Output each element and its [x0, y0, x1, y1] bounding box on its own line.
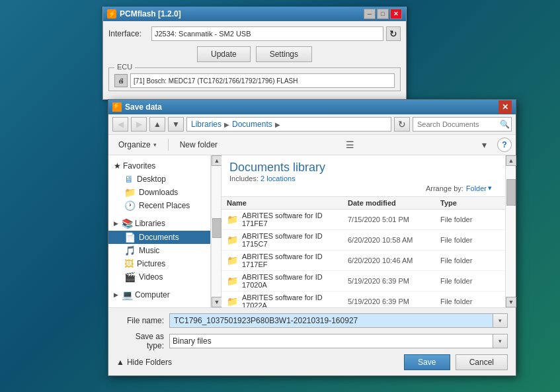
sidebar-item-documents[interactable]: 📄 Documents — [108, 231, 210, 244]
save-dialog-icon: ⚡ — [112, 102, 122, 112]
filename-row: File name: ▾ — [116, 313, 508, 328]
up-button[interactable]: ▲ — [149, 117, 165, 132]
library-subtitle: Includes: 2 locations — [229, 175, 497, 182]
pcmflash-titlebar: ⚡ PCMflash [1.2.0] ─ □ ✕ — [103, 7, 406, 21]
maximize-button[interactable]: □ — [377, 9, 389, 19]
save-dialog-close[interactable]: ✕ — [499, 100, 512, 114]
organize-button[interactable]: Organize ▾ — [112, 137, 163, 152]
file-date: 7/15/2020 5:01 PM — [348, 216, 440, 223]
file-scroll-down[interactable]: ▼ — [506, 297, 516, 307]
file-scroll-up[interactable]: ▲ — [506, 155, 516, 166]
file-name: ABRITES software for ID 171FE7 — [242, 212, 348, 227]
scroll-down-arrow[interactable]: ▼ — [212, 297, 222, 307]
libraries-icon: 📚 — [122, 218, 133, 229]
search-icon[interactable]: 🔍 — [497, 117, 512, 132]
file-name: ABRITES software for ID 1717EF — [242, 253, 348, 268]
breadcrumb-documents[interactable]: Documents — [232, 120, 272, 129]
desktop-label: Desktop — [137, 175, 166, 184]
main-content: ★ Favorites 🖥 Desktop 📁 Downloads 🕐 Rece… — [108, 155, 516, 307]
breadcrumb[interactable]: Libraries ▶ Documents ▶ — [186, 117, 391, 132]
sidebar-item-pictures[interactable]: 🖼 Pictures — [108, 257, 210, 270]
arrange-row: Arrange by: Folder ▾ — [229, 182, 497, 194]
pcmflash-icon: ⚡ — [107, 9, 116, 19]
forward-button[interactable]: ▶ — [131, 117, 147, 132]
libraries-header[interactable]: ▶ 📚 Libraries — [108, 216, 210, 231]
savetype-select[interactable]: Binary files — [169, 334, 493, 348]
settings-button[interactable]: Settings — [256, 46, 312, 62]
bottom-section: File name: ▾ Save as type: Binary files … — [108, 307, 516, 375]
recent-icon: 🕐 — [124, 200, 136, 211]
file-type: File folder — [440, 256, 500, 264]
back-button[interactable]: ◀ — [112, 117, 128, 132]
savetype-dropdown[interactable]: ▾ — [493, 334, 508, 348]
favorites-section: ★ Favorites 🖥 Desktop 📁 Downloads 🕐 Rece… — [108, 159, 210, 212]
favorites-header[interactable]: ★ Favorites — [108, 159, 210, 173]
recent-locations-button[interactable]: ▼ — [168, 117, 184, 132]
star-icon: ★ — [114, 161, 121, 171]
pictures-icon: 🖼 — [124, 258, 134, 269]
help-button[interactable]: ? — [497, 137, 512, 152]
locations-link[interactable]: 2 locations — [260, 175, 296, 182]
folder-icon: 📁 — [227, 296, 238, 307]
new-folder-button[interactable]: New folder — [174, 137, 223, 152]
view-toggle-button[interactable]: ☰ — [342, 137, 358, 152]
sidebar-item-recent[interactable]: 🕐 Recent Places — [108, 199, 210, 212]
hide-folders-button[interactable]: ▲ Hide Folders — [116, 358, 172, 367]
computer-header[interactable]: ▶ 💻 Computer — [108, 288, 210, 302]
file-type: File folder — [440, 216, 500, 223]
music-icon: 🎵 — [124, 245, 136, 256]
table-row[interactable]: 📁 ABRITES software for ID 1715C7 6/20/20… — [221, 230, 505, 251]
minimize-button[interactable]: ─ — [364, 9, 376, 19]
sidebar-item-desktop[interactable]: 🖥 Desktop — [108, 173, 210, 186]
folder-icon: 📁 — [227, 235, 238, 245]
hide-folders-label: Hide Folders — [127, 358, 172, 367]
column-type[interactable]: Type — [440, 199, 500, 207]
arrange-label: Arrange by: — [426, 184, 463, 192]
table-row[interactable]: 📁 ABRITES software for ID 1717EF 6/20/20… — [221, 251, 505, 271]
filename-input[interactable] — [169, 313, 493, 328]
table-row[interactable]: 📁 ABRITES software for ID 17022A 5/19/20… — [221, 292, 505, 307]
view-dropdown-button[interactable]: ▾ — [476, 137, 492, 152]
refresh-button[interactable]: ↻ — [386, 26, 401, 41]
filename-dropdown[interactable]: ▾ — [493, 313, 508, 328]
arrange-dropdown[interactable]: Folder ▾ — [466, 184, 492, 192]
ecu-icon: 🖨 — [114, 74, 128, 87]
file-date: 5/19/2020 6:39 PM — [348, 277, 440, 285]
save-button[interactable]: Save — [404, 354, 450, 370]
interface-select[interactable] — [151, 26, 383, 41]
scroll-up-arrow[interactable]: ▲ — [212, 155, 222, 166]
ecu-label: ECU — [114, 63, 135, 71]
table-row[interactable]: 📁 ABRITES software for ID 171FE7 7/15/20… — [221, 210, 505, 230]
nav-bar: ◀ ▶ ▲ ▼ Libraries ▶ Documents ▶ ↻ 🔍 — [108, 114, 516, 135]
file-scroll-thumb[interactable] — [506, 179, 516, 206]
cancel-button[interactable]: Cancel — [456, 354, 508, 370]
computer-section: ▶ 💻 Computer — [108, 288, 210, 302]
videos-label: Videos — [139, 272, 163, 282]
sidebar-item-downloads[interactable]: 📁 Downloads — [108, 186, 210, 199]
right-scrollbar: ▲ ▼ — [505, 155, 516, 307]
save-dialog: ⚡ Save data ✕ ◀ ▶ ▲ ▼ Libraries ▶ Docume… — [108, 99, 516, 376]
favorites-label: Favorites — [123, 161, 155, 171]
libraries-section: ▶ 📚 Libraries 📄 Documents 🎵 Music 🖼 Pict… — [108, 216, 210, 284]
sidebar-item-music[interactable]: 🎵 Music — [108, 244, 210, 257]
close-button[interactable]: ✕ — [390, 9, 402, 19]
column-date[interactable]: Date modified — [348, 199, 440, 207]
scroll-track — [212, 166, 221, 297]
file-name: ABRITES software for ID 17022A — [242, 294, 348, 307]
nav-refresh-button[interactable]: ↻ — [394, 117, 410, 132]
left-scrollbar: ▲ ▼ — [211, 155, 221, 307]
file-type: File folder — [440, 277, 500, 285]
table-row[interactable]: 📁 ABRITES software for ID 17020A 5/19/20… — [221, 271, 505, 292]
column-name[interactable]: Name — [227, 199, 348, 207]
sidebar-item-videos[interactable]: 🎬 Videos — [108, 270, 210, 284]
file-name: ABRITES software for ID 17020A — [242, 273, 348, 289]
breadcrumb-libraries[interactable]: Libraries — [191, 120, 221, 129]
update-button[interactable]: Update — [197, 46, 251, 62]
interface-label: Interface: — [108, 29, 151, 38]
folder-icon: 📁 — [227, 255, 238, 266]
save-titlebar: ⚡ Save data ✕ — [108, 100, 516, 114]
library-header: Documents library Includes: 2 locations … — [221, 155, 505, 197]
scroll-thumb[interactable] — [212, 218, 221, 238]
ecu-select[interactable] — [130, 73, 395, 88]
save-dialog-title: Save data — [125, 102, 162, 112]
